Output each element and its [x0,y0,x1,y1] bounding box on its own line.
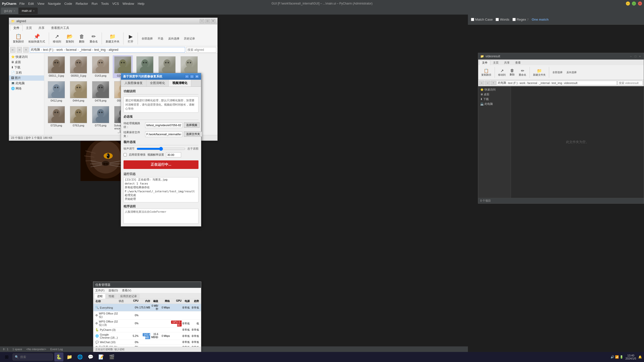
vr-ribbon-rename-btn[interactable]: ✏ 重命名 [517,68,528,77]
vr-minimize[interactable]: − [629,55,633,58]
tree-item-thispc[interactable]: 💻 此电脑 [9,81,44,86]
tree-item-network[interactable]: 🌐 网络 [9,86,44,91]
tab-main-ui-close[interactable]: × [33,9,34,12]
file-thumb-9[interactable]: 0478.png [91,80,111,103]
ide-status-event-log[interactable]: Event Log [50,348,63,351]
ribbon-invert-btn[interactable]: 反向选择 [167,36,181,41]
file-thumb-0[interactable]: 00011_0.jpg [46,55,66,78]
pm-process-row-5[interactable]: 💬WeChat (10) 0% 非常低 非常低 [93,340,201,345]
menu-window[interactable]: Window [123,2,134,6]
pm-process-row-2[interactable]: ⚙WPS Office (32 位) (3) 0% GPU 0 - 3D 非常低… [93,320,201,328]
taskbar-start-btn[interactable]: ⊞ [2,352,11,361]
ribbon-new-folder-btn[interactable]: 📁 新建文件夹 [104,33,121,44]
ribbon-paste-btn[interactable]: 📌 粘贴快捷方式 [27,33,47,44]
address-path[interactable]: 此电脑 › text (F:) › work › facereal › _int… [30,47,185,53]
words-checkbox[interactable] [496,18,499,21]
vr-restore[interactable]: □ [634,55,637,58]
ribbon-tab-picture-tools[interactable]: 查看图片工具 [48,25,72,31]
tree-item-pictures[interactable]: 🖼 图片 [9,75,44,81]
ribbon-move-btn[interactable]: ↗ 移动到 [51,33,63,44]
close-button[interactable]: × [638,2,642,6]
fps-input[interactable] [166,152,181,157]
vr-ribbon-tab-view[interactable]: 查看 [512,60,524,65]
vr-ribbon-newfolder-btn[interactable]: 📁 新建文件夹 [532,68,547,77]
regex-checkbox[interactable] [512,18,516,21]
vr-ribbon-invert-btn[interactable]: 反向选择 [565,70,578,75]
vr-nav-back[interactable]: ← [479,81,484,85]
ribbon-open-btn[interactable]: ▶ 打开 [126,33,136,44]
ribbon-copy-btn[interactable]: 📋 复制路径 [11,33,26,44]
pm-col-header-name[interactable]: 名称 [95,299,119,303]
menu-refactor[interactable]: Refactor [76,2,88,6]
vr-close[interactable]: × [638,55,642,58]
pm-col-header-gpu[interactable]: GPU [170,299,181,303]
vr-address-path[interactable]: 此电脑 › text (F:) › work › facereal › _int… [497,81,617,85]
maximize-button[interactable]: □ [632,2,636,6]
ribbon-tab-file[interactable]: 文件 [10,25,23,31]
pm-tab-history[interactable]: 应用历史记录 [117,294,140,299]
notification-btn[interactable]: 🔔 [638,355,642,359]
pm-process-row-4[interactable]: 🌐Google Chrome (18...) 5.2% 141.4 MB 15.… [93,332,201,340]
menu-navigate[interactable]: Navigate [48,2,61,6]
menu-edit[interactable]: Edit [28,2,34,6]
pm-col-header-power[interactable]: 电源 [182,299,190,303]
ribbon-selectall-btn[interactable]: 全部选择 [140,36,154,41]
menu-tools[interactable]: Tools [101,2,109,6]
menu-help[interactable]: Help [138,2,144,6]
vr-tree-item-desktop[interactable]: 🖥 桌面 [478,92,511,97]
menu-run[interactable]: Run [92,2,98,6]
vr-ribbon-selectall-btn[interactable]: 全部选择 [551,70,564,75]
tree-item-documents[interactable]: 📄 文档 [9,70,44,75]
menu-view[interactable]: View [37,2,44,6]
pm-process-row-3[interactable]: 🐍PyCharm (3) 非常低 非常低 [93,328,201,332]
file-thumb-1[interactable]: 00050_0.jpg [68,55,89,78]
pm-process-row-6[interactable]: ⚙EV录屏 (32 位) 0% 非常低 非常低 [93,345,201,347]
file-thumb-14[interactable]: 0729.png [46,105,66,134]
output-path-input[interactable] [145,131,182,137]
nav-back-btn[interactable]: ← [10,47,16,53]
explorer-close[interactable]: × [211,19,215,23]
tab-gui-py[interactable]: gui.py × [1,8,18,14]
vr-nav-forward[interactable]: → [485,81,490,85]
file-thumb-7[interactable]: 0412.png [46,80,66,103]
menu-file[interactable]: File [19,2,25,6]
vr-tree-item-downloads[interactable]: ⬇ 下载 [478,97,511,102]
explorer-minimize[interactable]: − [200,19,204,23]
file-thumb-2[interactable]: 0143.png [91,55,111,78]
menu-code[interactable]: Code [64,2,72,6]
file-thumb-16[interactable]: 0770.png [91,105,111,134]
ribbon-selectnone-btn[interactable]: 不选 [155,36,166,41]
dialog-tab-video[interactable]: 视频清晰化 [169,80,191,86]
vr-tree-item-quickaccess[interactable]: ⭐ 快速访问 [478,87,511,92]
dialog-minimize[interactable]: − [185,75,189,78]
match-case-checkbox[interactable] [471,18,474,21]
taskbar-app-wps[interactable]: 📝 [97,352,106,361]
dialog-close[interactable]: × [195,75,199,78]
taskbar-app-ev[interactable]: 🎬 [107,352,116,361]
taskbar-app-pycharm[interactable]: 🐍 [54,352,63,361]
pm-col-header-disk[interactable]: 磁盘 [150,299,158,303]
pm-menu-options[interactable]: 选项(O) [108,289,118,292]
vr-ribbon-move-btn[interactable]: ↗ 移动到 [497,68,507,77]
run-button[interactable]: 正在运行中... [124,160,198,169]
pm-col-header-mem[interactable]: 内存 [138,299,150,303]
vr-tree-item-thispc[interactable]: 💻 此电脑 [478,102,511,106]
ribbon-tab-share[interactable]: 共享 [35,25,48,31]
tab-gui-py-close[interactable]: × [14,9,15,12]
pm-tab-processes[interactable]: 进程 [94,294,105,299]
dialog-tab-face[interactable]: 人脸图像修复 [121,80,146,86]
pm-col-header-status[interactable]: 状态 [119,299,130,303]
tree-item-quickaccess[interactable]: ⭐ 快速访问 [9,54,44,60]
nav-forward-btn[interactable]: → [17,47,22,53]
vr-ribbon-tab-share[interactable]: 共享 [501,60,512,65]
vr-ribbon-tab-home[interactable]: 主页 [490,60,501,65]
vr-ribbon-copy-btn[interactable]: 📋 复制路径 [480,68,493,77]
output-path-browse-btn[interactable]: 选择文件夹 [184,131,202,137]
vr-search-input[interactable] [618,81,643,85]
pm-col-header-temp[interactable]: 趋势 [190,299,199,303]
bg-enhance-checkbox[interactable] [124,153,127,156]
ribbon-tab-home[interactable]: 主页 [23,25,35,31]
tab-main-ui[interactable]: main.ui × [19,8,37,14]
tree-item-desktop[interactable]: 🖥 桌面 [9,60,44,65]
pm-process-row-0[interactable]: 🔍Everything 0% 175.5 MB 0 MB/秒 0 Mbps 非常… [93,304,201,311]
